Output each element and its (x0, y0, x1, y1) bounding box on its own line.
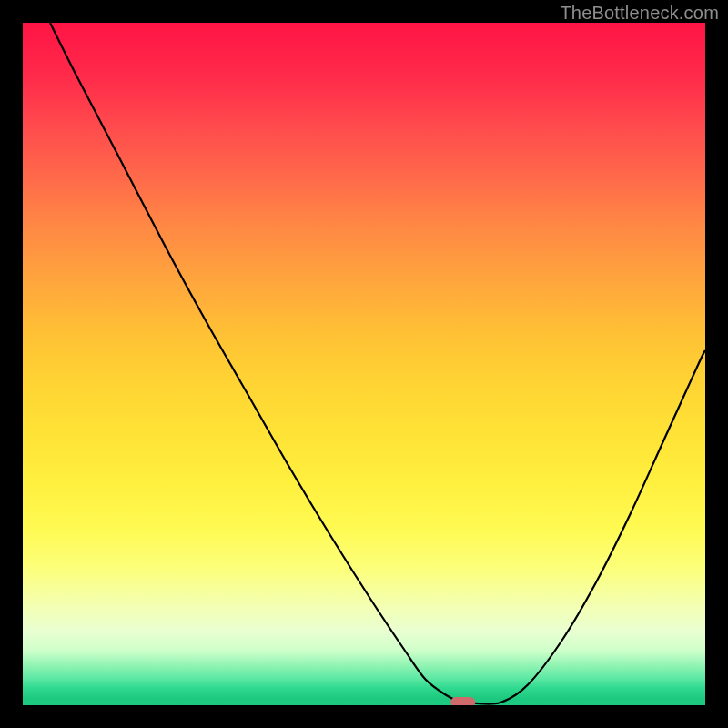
plot-area (23, 23, 705, 705)
chart-svg (23, 23, 705, 705)
optimal-marker (450, 697, 475, 705)
chart-frame: TheBottleneck.com (0, 0, 728, 728)
watermark-text: TheBottleneck.com (560, 3, 719, 24)
bottleneck-curve (50, 23, 705, 704)
